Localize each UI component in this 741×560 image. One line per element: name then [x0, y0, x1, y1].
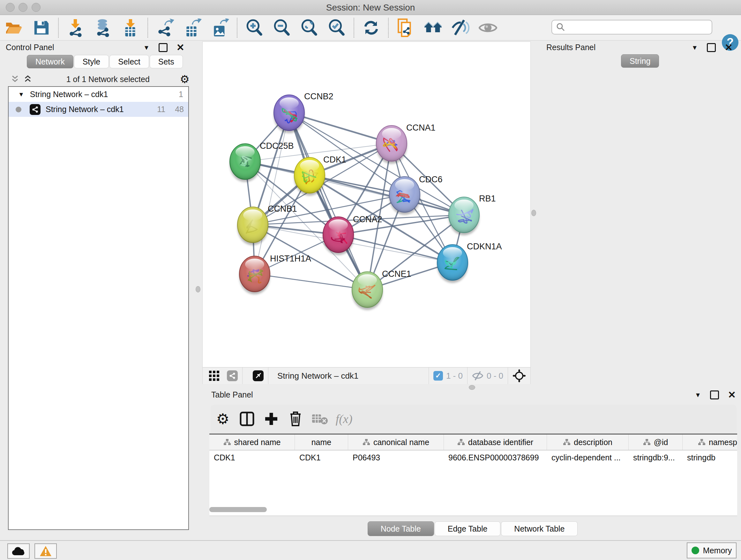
- horizontal-scrollbar-thumb[interactable]: [209, 507, 267, 512]
- right-splitter-handle[interactable]: [531, 210, 536, 216]
- network-node-CDKN1A[interactable]: CDKN1A: [437, 242, 502, 283]
- zoom-out-button[interactable]: [273, 18, 291, 37]
- birdseye-view-icon[interactable]: [253, 370, 264, 381]
- zoom-selected-button[interactable]: [327, 18, 346, 37]
- table-row[interactable]: CDK1CDK1P064939606.ENSP00000378699cyclin…: [209, 450, 737, 464]
- column-header-database-identifier[interactable]: database identifier: [444, 435, 547, 450]
- network-edge[interactable]: [255, 274, 367, 290]
- fit-selected-crosshair-icon[interactable]: [513, 369, 526, 382]
- save-session-button[interactable]: [32, 18, 51, 37]
- panel-menu-icon[interactable]: ▼: [695, 391, 701, 399]
- expand-all-icon[interactable]: [23, 75, 33, 84]
- network-node-CCNB2[interactable]: CCNB2: [274, 91, 333, 133]
- float-panel-icon[interactable]: [707, 43, 716, 52]
- network-canvas[interactable]: CCNB2CCNA1CDC25BCDK1CDC6RB1CCNB1CCNA2CDK…: [203, 42, 530, 367]
- node-table[interactable]: shared namenamecanonical namedatabase id…: [209, 434, 737, 516]
- memory-label: Memory: [703, 546, 732, 555]
- column-header-@id[interactable]: @id: [629, 435, 683, 450]
- panel-menu-icon[interactable]: ▼: [143, 44, 150, 51]
- export-table-button[interactable]: [183, 18, 202, 37]
- homes-icon: [424, 20, 442, 36]
- close-panel-icon[interactable]: ✕: [177, 43, 185, 52]
- table-cell[interactable]: P06493: [348, 450, 444, 464]
- import-network-from-database-button[interactable]: [94, 18, 112, 37]
- network-node-HIST1H1A[interactable]: HIST1H1A: [239, 254, 311, 294]
- close-panel-icon[interactable]: ✕: [728, 390, 736, 400]
- column-header-name[interactable]: name: [295, 435, 348, 450]
- network-node-CDC25B[interactable]: CDC25B: [230, 141, 294, 182]
- network-node-CDC6[interactable]: CDC6: [389, 175, 443, 215]
- network-node-CCNB1[interactable]: CCNB1: [238, 204, 297, 245]
- network-node-CCNA2[interactable]: CCNA2: [323, 214, 382, 255]
- tab-node-table[interactable]: Node Table: [367, 521, 434, 536]
- import-table-icon: [121, 18, 140, 37]
- network-node-CDK1[interactable]: CDK1: [294, 155, 346, 196]
- network-share-view-icon[interactable]: [227, 370, 238, 381]
- import-table-button[interactable]: [121, 18, 140, 37]
- network-node-RB1[interactable]: RB1: [449, 194, 496, 235]
- warnings-button[interactable]: [35, 543, 57, 559]
- float-panel-icon[interactable]: [158, 43, 167, 52]
- cloud-icon: [12, 546, 25, 556]
- column-header-shared-name[interactable]: shared name: [209, 435, 295, 450]
- zoom-fit-button[interactable]: [300, 18, 319, 37]
- bottom-splitter-handle[interactable]: [469, 385, 475, 390]
- open-session-button[interactable]: [4, 18, 23, 37]
- home-button[interactable]: [424, 18, 442, 37]
- show-graphics-details-button[interactable]: [479, 18, 497, 37]
- network-node-CCNE1[interactable]: CCNE1: [352, 269, 411, 310]
- float-panel-icon[interactable]: [710, 390, 719, 399]
- zoom-in-button[interactable]: [245, 18, 264, 37]
- table-cell[interactable]: CDK1: [295, 450, 348, 464]
- clone-network-button[interactable]: [396, 18, 415, 37]
- network-edge[interactable]: [255, 113, 289, 274]
- tab-sets[interactable]: Sets: [150, 55, 183, 68]
- panel-menu-icon[interactable]: ▼: [691, 44, 698, 51]
- left-splitter-handle[interactable]: [196, 286, 200, 293]
- table-cell[interactable]: CDK1: [209, 450, 295, 464]
- tab-edge-table[interactable]: Edge Table: [434, 521, 501, 536]
- selected-checkbox-icon[interactable]: ✓: [433, 371, 443, 381]
- column-type-icon: [457, 439, 465, 446]
- tab-style[interactable]: Style: [74, 55, 109, 68]
- window-title: Session: New Session: [0, 3, 741, 13]
- tab-network-table[interactable]: Network Table: [501, 521, 578, 536]
- network-row[interactable]: String Network – cdk1 11 48: [9, 102, 188, 117]
- column-header-description[interactable]: description: [547, 435, 629, 450]
- network-node-count: 11: [157, 105, 165, 114]
- column-header-canonical-name[interactable]: canonical name: [348, 435, 444, 450]
- tab-select[interactable]: Select: [110, 55, 149, 68]
- table-cell[interactable]: stringdb: [683, 450, 737, 464]
- collection-caret-icon[interactable]: ▼: [18, 91, 24, 98]
- export-image-button[interactable]: [211, 18, 229, 37]
- cloud-status-button[interactable]: [7, 543, 30, 559]
- add-column-icon[interactable]: [261, 409, 281, 428]
- memory-button[interactable]: Memory: [687, 543, 737, 558]
- refresh-button[interactable]: [362, 18, 381, 37]
- table-cell[interactable]: 9606.ENSP00000378699: [444, 450, 547, 464]
- network-options-gear-icon[interactable]: ⚙: [180, 73, 190, 85]
- column-header-namespace[interactable]: namespace: [683, 435, 737, 450]
- hidden-eye-icon[interactable]: [472, 371, 483, 381]
- delete-column-trash-icon[interactable]: [285, 409, 306, 428]
- collapse-all-icon[interactable]: [10, 75, 20, 84]
- import-network-icon: [66, 18, 85, 37]
- export-image-icon: [211, 18, 229, 37]
- netbar-separator: [428, 368, 429, 384]
- close-panel-icon[interactable]: ✕: [725, 43, 733, 52]
- network-edge[interactable]: [289, 113, 392, 143]
- network-view-toolbar: String Network – cdk1 ✓ 1 - 0 0 - 0: [203, 367, 530, 384]
- zoom-out-icon: [273, 18, 291, 37]
- table-options-gear-icon[interactable]: ⚙: [212, 409, 233, 428]
- tab-network[interactable]: Network: [27, 55, 73, 68]
- search-input[interactable]: [565, 22, 701, 32]
- network-collection-row[interactable]: ▼ String Network – cdk1 1: [9, 87, 188, 102]
- export-network-button[interactable]: [156, 18, 174, 37]
- hide-labels-button[interactable]: [451, 18, 470, 37]
- table-cell[interactable]: stringdb:9...: [629, 450, 683, 464]
- tab-string[interactable]: String: [621, 54, 659, 68]
- grid-view-icon[interactable]: [208, 370, 220, 381]
- import-network-button[interactable]: [66, 18, 85, 37]
- show-columns-icon[interactable]: [237, 409, 257, 428]
- table-cell[interactable]: cyclin-dependent ...: [547, 450, 629, 464]
